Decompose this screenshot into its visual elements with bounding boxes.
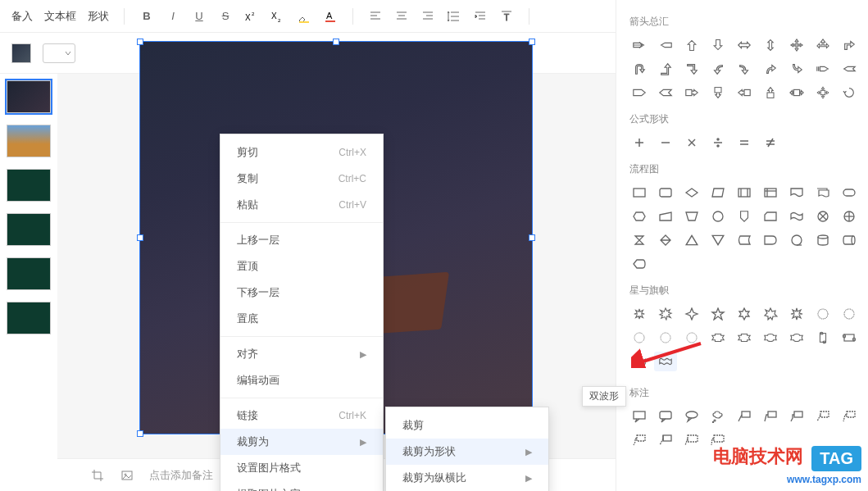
flow-magnetic-disk-icon[interactable] [811,230,834,250]
resize-handle[interactable] [137,234,143,241]
layout-dropdown[interactable] [43,43,75,63]
arrow-curve-right-icon[interactable] [733,59,756,79]
slide-thumb-6[interactable] [7,302,51,334]
vertical-align-icon[interactable]: T [499,9,514,24]
minus-icon[interactable] [654,133,677,152]
arrow-callout-quad-icon[interactable] [811,83,834,102]
multiply-icon[interactable] [680,133,703,152]
menu-image-format[interactable]: 设置图片格式 [220,455,383,481]
menu-crop-as[interactable]: 裁剪为▶ [220,429,383,455]
flow-stored-icon[interactable] [733,230,756,250]
arrow-up-icon[interactable] [680,35,703,55]
arrow-corner-up-icon[interactable] [654,59,677,79]
ribbon-up-icon[interactable] [707,328,729,348]
star5-icon[interactable] [707,304,729,324]
arrow-left-icon[interactable] [654,35,677,55]
menu-send-backward[interactable]: 下移一层 [220,280,383,306]
arrow-callout-right-icon[interactable] [680,83,703,102]
arrow-circular-icon[interactable] [838,83,861,102]
image-tool-icon[interactable] [120,468,134,483]
menu-edit-animation[interactable]: 编辑动画 [220,367,383,393]
ribbon-down-icon[interactable] [733,328,756,348]
star6-icon[interactable] [733,304,756,324]
superscript-icon[interactable]: X2 [244,9,259,24]
menu-send-back[interactable]: 置底 [220,306,383,332]
flow-preparation-icon[interactable] [628,207,651,226]
callout-accent1-icon[interactable] [811,407,834,426]
star10-icon[interactable] [811,304,834,324]
menu-bring-forward[interactable]: 上移一层 [220,227,383,253]
flow-tape-icon[interactable] [785,207,808,226]
star7-icon[interactable] [759,304,782,324]
italic-icon[interactable]: I [166,9,180,24]
flow-summing-icon[interactable] [811,207,834,226]
ribbon-curved-down-icon[interactable] [785,328,808,348]
flow-multidoc-icon[interactable] [811,183,834,202]
arrow-callout-up-icon[interactable] [759,83,782,102]
arrow-callout-lr-icon[interactable] [785,83,808,102]
callout-accent2-icon[interactable] [838,407,861,426]
align-left-icon[interactable] [368,9,383,24]
slide-layout-thumb[interactable] [11,43,31,63]
flow-decision-icon[interactable] [680,183,703,202]
arrow-leftright-icon[interactable] [733,35,756,55]
callout-line1-icon[interactable] [733,407,756,426]
star4-icon[interactable] [680,304,703,324]
arrow-callout-left-icon[interactable] [733,83,756,102]
callout-accent3-icon[interactable] [628,430,651,450]
arrow-right-icon[interactable] [628,35,651,55]
callout-border1-icon[interactable] [654,430,677,450]
callout-oval-icon[interactable] [680,407,703,426]
scroll-horiz-icon[interactable] [838,328,861,348]
equals-icon[interactable] [733,133,756,152]
strike-icon[interactable]: S [218,9,233,24]
star12-icon[interactable] [838,304,861,324]
tab-textbox[interactable]: 文本框 [44,9,76,24]
slide-thumb-1[interactable] [7,80,51,113]
arrow-callout-down-icon[interactable] [707,83,729,102]
callout-border2-icon[interactable] [680,430,703,450]
highlight-icon[interactable] [297,9,311,24]
tab-insert[interactable]: 备入 [11,9,33,24]
star32-icon[interactable] [680,328,703,348]
menu-bring-front[interactable]: 置顶 [220,253,383,280]
menu-align[interactable]: 对齐▶ [220,341,383,367]
notes-placeholder[interactable]: 点击添加备注 [149,468,213,483]
star8-icon[interactable] [785,304,808,324]
flow-collate-icon[interactable] [628,230,651,250]
submenu-crop-shape[interactable]: 裁剪为形状▶ [386,439,548,465]
flow-card-icon[interactable] [759,207,782,226]
arrow-corner-down-icon[interactable] [680,59,703,79]
flow-display-icon[interactable] [628,254,651,274]
wave-icon[interactable] [628,352,651,371]
resize-handle[interactable] [137,430,143,437]
flow-seq-access-icon[interactable] [785,230,808,250]
slide-thumb-4[interactable] [7,213,51,246]
flow-direct-access-icon[interactable] [838,230,861,250]
flow-predefined-icon[interactable] [733,183,756,202]
flow-manual-op-icon[interactable] [680,207,703,226]
align-center-icon[interactable] [394,9,409,24]
arrow-curve-left-icon[interactable] [707,59,729,79]
arrow-notched-icon[interactable] [838,59,861,79]
menu-cut[interactable]: 剪切Ctrl+X [220,139,383,166]
menu-paste[interactable]: 粘贴Ctrl+V [220,192,383,218]
flow-connector-icon[interactable] [707,207,729,226]
resize-handle[interactable] [529,234,535,241]
arrow-pentagon-icon[interactable] [628,83,651,102]
explosion1-icon[interactable] [628,304,651,324]
indent-icon[interactable] [473,9,488,24]
arrow-curve-up-icon[interactable] [759,59,782,79]
flow-data-icon[interactable] [707,183,729,202]
plus-icon[interactable] [628,133,651,152]
callout-round-icon[interactable] [654,407,677,426]
ribbon-curved-up-icon[interactable] [759,328,782,348]
line-spacing-icon[interactable] [447,9,461,24]
flow-merge-icon[interactable] [707,230,729,250]
underline-icon[interactable]: U [192,9,207,24]
scroll-vert-icon[interactable] [811,328,834,348]
callout-line3-icon[interactable] [785,407,808,426]
align-right-icon[interactable] [420,9,435,24]
flow-manual-input-icon[interactable] [654,207,677,226]
star16-icon[interactable] [628,328,651,348]
